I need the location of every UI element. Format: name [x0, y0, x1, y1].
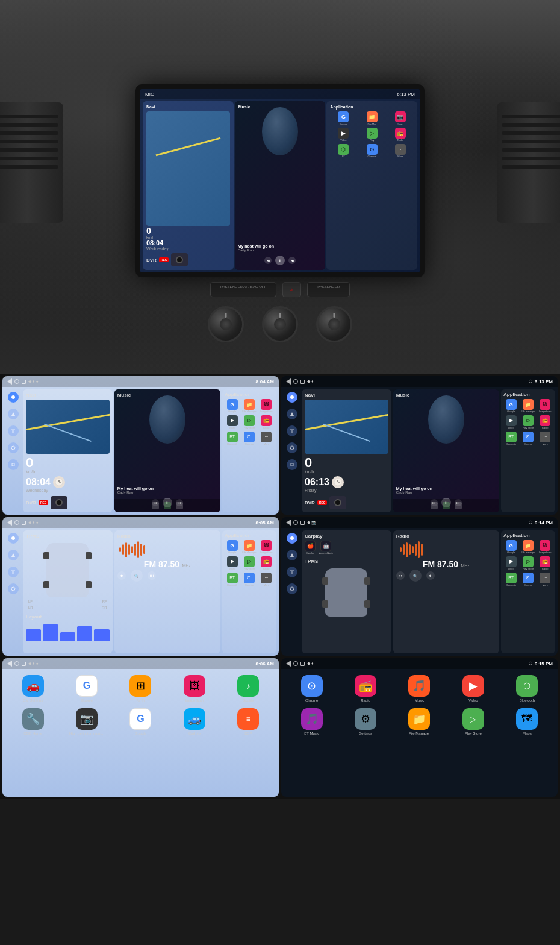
ss5-obd[interactable]: 🔧 OBD Home: [8, 708, 57, 736]
ss1-app-bt[interactable]: BT Bluetooth: [225, 432, 240, 446]
ss6-radio[interactable]: 📻 Radio: [341, 675, 390, 703]
ss5-dsp[interactable]: ≡ DSP: [224, 708, 273, 736]
app-item-files[interactable]: 📁 File Mgr: [359, 111, 385, 126]
ss4-nav-1[interactable]: [287, 550, 297, 560]
ss5-google[interactable]: G Google: [62, 675, 111, 703]
ss5-google2[interactable]: G Google: [116, 708, 165, 736]
ss2-play[interactable]: ▷ Play Store: [520, 415, 535, 430]
ss5-carinfo[interactable]: 🚙 CarInfo: [170, 708, 219, 736]
ss2-more[interactable]: ··· More: [538, 432, 553, 446]
ss5-hd-record[interactable]: 📷 High definition recor...: [62, 708, 111, 736]
ss4-files[interactable]: 📁 File Manager: [520, 540, 535, 554]
ss4-scan[interactable]: 🖼 ImageScan: [538, 540, 553, 554]
ss6-chrome[interactable]: ⊙ Chrome: [287, 675, 336, 703]
ss1-app-more[interactable]: ··· More: [259, 432, 274, 446]
ss3-nav-2[interactable]: [8, 567, 19, 577]
ss3-scan-btn[interactable]: 🔍: [131, 570, 143, 582]
app-item-more[interactable]: ··· More: [387, 144, 414, 159]
ss4-play[interactable]: ▷ Play Store: [520, 556, 535, 571]
nav-icon-2[interactable]: [8, 425, 19, 436]
ss2-scan[interactable]: 🖼 ImageScan: [538, 399, 553, 413]
ss3-files[interactable]: 📁 File Manager: [241, 540, 257, 554]
ss2-nav-1[interactable]: [287, 409, 297, 419]
ss6-btmusic[interactable]: 🎵 BT Music: [287, 708, 336, 736]
ss3-radio2[interactable]: 📻 Radio: [259, 556, 274, 571]
ss5-imagescan[interactable]: 🖼 ImageScan: [170, 675, 219, 703]
app-item-imagescan[interactable]: 📷 Scan: [387, 111, 414, 126]
ss6-filemanager[interactable]: 📁 File Manager: [395, 708, 444, 736]
ss6-video[interactable]: ▶ Video: [449, 675, 497, 703]
nav-icon-active[interactable]: [8, 392, 19, 403]
ss3-nav-3[interactable]: [8, 583, 19, 594]
ss6-bt[interactable]: ⬡ Bluetooth: [503, 675, 552, 703]
ss2-chrome[interactable]: ⊙ Chrome: [520, 432, 535, 446]
ss1-app-files[interactable]: 📁 File Manager: [241, 399, 257, 413]
ss4-more[interactable]: ··· More: [538, 573, 553, 587]
ss3-google[interactable]: G Google: [225, 540, 240, 554]
ss1-app-radio[interactable]: 📻 Radio: [259, 415, 274, 430]
ss4-video[interactable]: ▶ Video: [503, 556, 518, 571]
ss3-chrome[interactable]: ⊙ Chrome: [241, 573, 257, 587]
ss3-video[interactable]: ▶ Video: [225, 556, 240, 571]
ss4-nav-0[interactable]: [287, 533, 297, 544]
ss1-app-scan[interactable]: 🖼 ImageScan: [259, 399, 274, 413]
prev-btn[interactable]: ⏮: [264, 257, 272, 264]
next-btn[interactable]: ⏭: [288, 257, 296, 264]
ss4-prev-btn[interactable]: ⏮: [396, 571, 405, 580]
ss3-prev-btn[interactable]: ⏮: [117, 571, 126, 580]
ss4-carplay-item[interactable]: 🍎 Carplay: [305, 541, 316, 555]
ss6-maps[interactable]: 🗺 Maps: [503, 708, 552, 736]
ss1-app-chrome[interactable]: ⊙ Chrome: [241, 432, 257, 446]
app-item-bluetooth[interactable]: ⬡ BT: [330, 144, 356, 159]
ss3-scan[interactable]: 🖼 ImageScan: [259, 540, 274, 554]
app-item-google[interactable]: G Google: [330, 111, 356, 126]
ss1-app-play[interactable]: ▷ Play Store: [241, 415, 257, 430]
ss2-nav-active[interactable]: [287, 392, 297, 403]
ss3-more[interactable]: ··· More: [259, 573, 274, 587]
nav-icon-3[interactable]: [8, 442, 19, 453]
ss3-play[interactable]: ▷ Play Store: [241, 556, 257, 571]
head-unit[interactable]: MIC 6:13 PM Navi 0 km/h: [135, 84, 425, 277]
ss1-app-video[interactable]: ▶ Video: [225, 415, 240, 430]
play-btn[interactable]: ⏸: [275, 256, 285, 265]
ss2-status-bar: ◆ ♦ ⬡ 6:13 PM: [281, 376, 558, 387]
ss3-nav-0[interactable]: [8, 533, 19, 544]
ss6-playstore[interactable]: ▷ Play Store: [449, 708, 497, 736]
ss6-settings[interactable]: ⚙ Settings: [341, 708, 390, 736]
ss2-nav-4[interactable]: [287, 459, 297, 470]
ss3-nav-1[interactable]: [8, 550, 19, 560]
ss4-next-btn[interactable]: ⏭: [426, 571, 435, 580]
ss5-car-settings[interactable]: 🚗 Car Settings: [8, 675, 57, 703]
ss3-next-btn[interactable]: ⏭: [148, 571, 156, 580]
ss2-video[interactable]: ▶ Video: [503, 415, 518, 430]
app-item-playstore[interactable]: ▷ Play: [359, 128, 385, 142]
nav-icon-1[interactable]: [8, 409, 19, 419]
ss5-avin[interactable]: ⊞ Av In: [116, 675, 165, 703]
ss4-google[interactable]: G Google: [503, 540, 518, 554]
ss2-nav-2[interactable]: [287, 425, 297, 436]
ss4-chrome[interactable]: ⊙ Chrome: [520, 573, 535, 587]
ss3-bt[interactable]: BT Bluetooth: [225, 573, 240, 587]
ss4-android-item[interactable]: 🤖 Android Auto: [319, 541, 333, 555]
ss2-nav-3[interactable]: [287, 442, 297, 453]
app-item-chrome[interactable]: ⊙ Chrome: [359, 144, 385, 159]
right-knob[interactable]: [316, 306, 352, 342]
ss2-bt[interactable]: BT Bluetooth: [503, 432, 518, 446]
left-knob[interactable]: [208, 306, 244, 342]
ss6-music[interactable]: 🎵 Music: [395, 675, 444, 703]
ss1-app-google[interactable]: G Google: [225, 399, 240, 413]
ss2-radio[interactable]: 📻 Radio: [538, 415, 553, 430]
ss4-nav-2[interactable]: [287, 567, 297, 577]
hazard-btn[interactable]: ⚠: [282, 282, 301, 297]
app-item-video[interactable]: ▶ Video: [330, 128, 356, 142]
ss4-bt[interactable]: BT Bluetooth: [503, 573, 518, 587]
nav-icon-4[interactable]: [8, 459, 19, 470]
center-knob[interactable]: [262, 306, 298, 342]
app-item-radio[interactable]: 📻 Radio: [387, 128, 414, 142]
ss2-files[interactable]: 📁 File Manager: [520, 399, 535, 413]
ss4-radio2[interactable]: 📻 Radio: [538, 556, 553, 571]
ss5-spotify[interactable]: ♪ Spotify: [224, 675, 273, 703]
ss2-google[interactable]: G Google: [503, 399, 518, 413]
ss4-scan-btn[interactable]: 🔍: [409, 570, 422, 582]
ss4-nav-3[interactable]: [287, 583, 297, 594]
